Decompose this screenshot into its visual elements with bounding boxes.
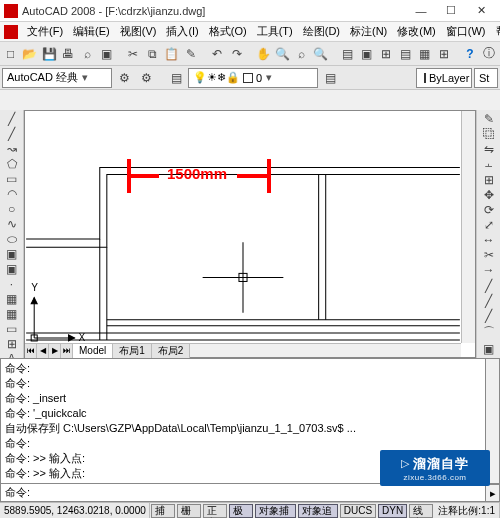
insert-icon[interactable]: ▣ — [2, 247, 22, 261]
tab-prev-icon[interactable]: ◀ — [37, 344, 49, 358]
gradient-icon[interactable]: ▦ — [2, 307, 22, 321]
cmd-scroll-right-icon[interactable]: ▸ — [486, 484, 500, 502]
layer-prev-icon[interactable]: ▤ — [320, 68, 340, 88]
explode-icon[interactable]: ▣ — [479, 342, 499, 356]
extend-icon[interactable]: → — [479, 263, 499, 277]
rectangle-icon[interactable]: ▭ — [2, 172, 22, 186]
vertical-scrollbar[interactable] — [461, 111, 475, 343]
mirror-icon[interactable]: ⇋ — [479, 142, 499, 156]
hatch-icon[interactable]: ▦ — [2, 292, 22, 306]
coordinates-readout[interactable]: 5889.5905, 12463.0218, 0.0000 — [0, 503, 150, 519]
minimize-button[interactable]: — — [406, 1, 436, 21]
menu-modify[interactable]: 修改(M) — [392, 22, 441, 41]
otrack-toggle[interactable]: 对象追踪 — [298, 504, 338, 518]
undo-icon[interactable]: ↶ — [209, 44, 226, 64]
trim-icon[interactable]: ✂ — [479, 248, 499, 262]
designcenter-icon[interactable]: ▣ — [358, 44, 375, 64]
zoom-prev-icon[interactable]: 🔍 — [312, 44, 329, 64]
zoom-rt-icon[interactable]: 🔍 — [274, 44, 291, 64]
zoom-win-icon[interactable]: ⌕ — [293, 44, 310, 64]
polygon-icon[interactable]: ⬠ — [2, 157, 22, 171]
close-button[interactable]: ✕ — [466, 1, 496, 21]
lwt-toggle[interactable]: 线宽 — [409, 504, 433, 518]
tab-first-icon[interactable]: ⏮ — [25, 344, 37, 358]
point-icon[interactable]: · — [2, 277, 22, 291]
copy-icon[interactable]: ⧉ — [144, 44, 161, 64]
markup-icon[interactable]: ▦ — [416, 44, 433, 64]
publish-icon[interactable]: ▣ — [98, 44, 115, 64]
menu-view[interactable]: 视图(V) — [115, 22, 162, 41]
tab-next-icon[interactable]: ▶ — [49, 344, 61, 358]
cut-icon[interactable]: ✂ — [125, 44, 142, 64]
copy-obj-icon[interactable]: ⿻ — [479, 127, 499, 141]
join-icon[interactable]: ╱ — [479, 294, 499, 308]
help-icon[interactable]: ? — [461, 44, 478, 64]
menu-insert[interactable]: 插入(I) — [161, 22, 203, 41]
menu-tools[interactable]: 工具(T) — [252, 22, 298, 41]
properties-icon[interactable]: ▤ — [339, 44, 356, 64]
circle-icon[interactable]: ○ — [2, 202, 22, 216]
color-combo[interactable]: ByLayer — [416, 68, 472, 88]
st-combo[interactable]: St — [474, 68, 498, 88]
preview-icon[interactable]: ⌕ — [79, 44, 96, 64]
chamfer-icon[interactable]: ╱ — [479, 309, 499, 323]
grid-toggle[interactable]: 栅格 — [177, 504, 201, 518]
menu-window[interactable]: 窗口(W) — [441, 22, 491, 41]
offset-icon[interactable]: ⫠ — [479, 157, 499, 171]
paste-icon[interactable]: 📋 — [163, 44, 180, 64]
stretch-icon[interactable]: ↔ — [479, 233, 499, 247]
line-icon[interactable]: ╱ — [2, 112, 22, 126]
menu-help[interactable]: 帮助(H) — [491, 22, 501, 41]
menu-dim[interactable]: 标注(N) — [345, 22, 392, 41]
calc-icon[interactable]: ⊞ — [435, 44, 452, 64]
tab-last-icon[interactable]: ⏭ — [61, 344, 73, 358]
menu-draw[interactable]: 绘图(D) — [298, 22, 345, 41]
region-icon[interactable]: ▭ — [2, 322, 22, 336]
break-icon[interactable]: ╱ — [479, 279, 499, 293]
menu-format[interactable]: 格式(O) — [204, 22, 252, 41]
table-icon[interactable]: ⊞ — [2, 337, 22, 351]
print-icon[interactable]: 🖶 — [60, 44, 77, 64]
model-space[interactable]: X Y 1500mm — [25, 111, 461, 343]
dyn-toggle[interactable]: DYN — [378, 504, 407, 518]
open-icon[interactable]: 📂 — [21, 44, 38, 64]
maximize-button[interactable]: ☐ — [436, 1, 466, 21]
info-icon[interactable]: ⓘ — [481, 44, 498, 64]
tab-model[interactable]: Model — [73, 344, 113, 358]
layer-combo[interactable]: 💡 ☀ ❄ 🔒 0 ▾ — [188, 68, 318, 88]
erase-icon[interactable]: ✎ — [479, 112, 499, 126]
move-icon[interactable]: ✥ — [479, 188, 499, 202]
pan-icon[interactable]: ✋ — [254, 44, 271, 64]
ellipse-icon[interactable]: ⬭ — [2, 232, 22, 246]
fillet-icon[interactable]: ⌒ — [479, 324, 499, 341]
block-icon[interactable]: ▣ — [2, 262, 22, 276]
match-icon[interactable]: ✎ — [182, 44, 199, 64]
scale-icon[interactable]: ⤢ — [479, 218, 499, 232]
array-icon[interactable]: ⊞ — [479, 173, 499, 187]
arc-icon[interactable]: ◠ — [2, 187, 22, 201]
ortho-toggle[interactable]: 正交 — [203, 504, 227, 518]
drawing-viewport[interactable]: X Y 1500mm ⏮ ◀ ▶ ⏭ Model 布局1 布局2 — [24, 110, 476, 358]
gear-icon[interactable]: ⚙ — [136, 68, 156, 88]
polar-toggle[interactable]: 极轴 — [229, 504, 253, 518]
save-icon[interactable]: 💾 — [41, 44, 58, 64]
workspace-combo[interactable]: AutoCAD 经典 ▾ — [2, 68, 112, 88]
rotate-icon[interactable]: ⟳ — [479, 203, 499, 217]
command-input[interactable]: 命令: — [0, 484, 486, 502]
redo-icon[interactable]: ↷ — [228, 44, 245, 64]
snap-toggle[interactable]: 捕捉 — [151, 504, 175, 518]
pline-icon[interactable]: ↝ — [2, 142, 22, 156]
ducs-toggle[interactable]: DUCS — [340, 504, 376, 518]
sheetset-icon[interactable]: ▤ — [396, 44, 413, 64]
spline-icon[interactable]: ∿ — [2, 217, 22, 231]
menu-file[interactable]: 文件(F) — [22, 22, 68, 41]
xline-icon[interactable]: ╱ — [2, 127, 22, 141]
layer-props-icon[interactable]: ▤ — [166, 68, 186, 88]
osnap-toggle[interactable]: 对象捕捉 — [255, 504, 295, 518]
menu-edit[interactable]: 编辑(E) — [68, 22, 115, 41]
new-icon[interactable]: □ — [2, 44, 19, 64]
tab-layout1[interactable]: 布局1 — [113, 344, 152, 358]
tab-layout2[interactable]: 布局2 — [152, 344, 191, 358]
workspace-settings-icon[interactable]: ⚙ — [114, 68, 134, 88]
toolpalette-icon[interactable]: ⊞ — [377, 44, 394, 64]
